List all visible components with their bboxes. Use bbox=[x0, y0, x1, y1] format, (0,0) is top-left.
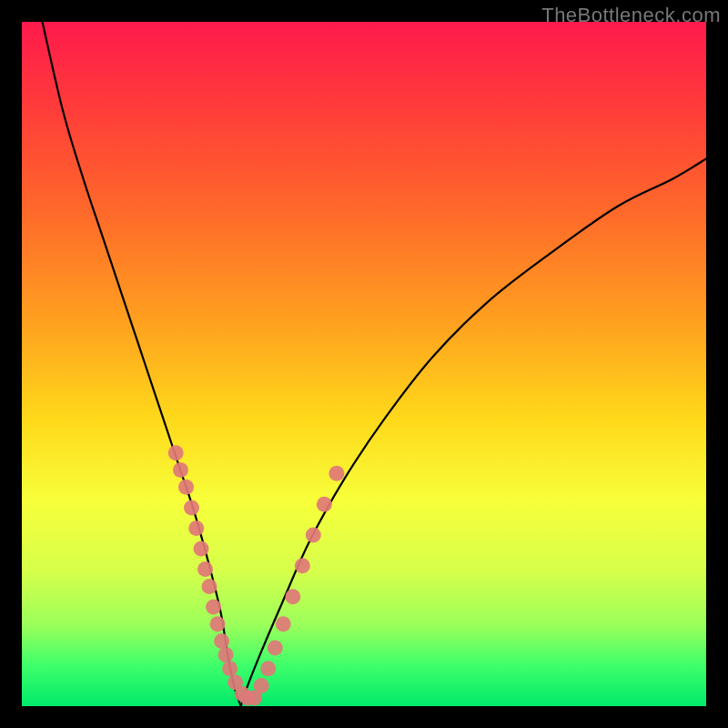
right-dots-point bbox=[295, 558, 310, 573]
right-dots-point bbox=[276, 616, 291, 632]
left-dots-point bbox=[188, 521, 204, 536]
right-dots-point bbox=[285, 589, 300, 604]
plot-area bbox=[22, 22, 706, 706]
left-dots-point bbox=[214, 633, 229, 649]
left-dots-point bbox=[218, 647, 234, 662]
right-dots-point bbox=[317, 497, 332, 512]
left-dots-point bbox=[184, 500, 199, 515]
right-dots-point bbox=[268, 641, 283, 656]
left-dots-point bbox=[173, 462, 188, 478]
bottleneck-curve-chart bbox=[22, 22, 706, 706]
left-dots-point bbox=[197, 561, 213, 577]
left-dots-point bbox=[210, 616, 226, 632]
right-dots-point bbox=[260, 661, 276, 676]
left-dots-point bbox=[194, 541, 209, 557]
left-dots-point bbox=[168, 445, 184, 460]
curve-right-branch bbox=[241, 158, 706, 706]
right-dots-point bbox=[306, 528, 321, 543]
left-dots-point bbox=[202, 579, 217, 594]
left-dots-point bbox=[222, 661, 238, 676]
watermark-text: TheBottleneck.com bbox=[541, 4, 721, 27]
right-dots-point bbox=[254, 678, 269, 693]
chart-frame: TheBottleneck.com bbox=[0, 0, 728, 728]
right-dots-point bbox=[329, 466, 344, 481]
left-dots-point bbox=[206, 599, 221, 614]
left-dots-point bbox=[178, 480, 194, 495]
